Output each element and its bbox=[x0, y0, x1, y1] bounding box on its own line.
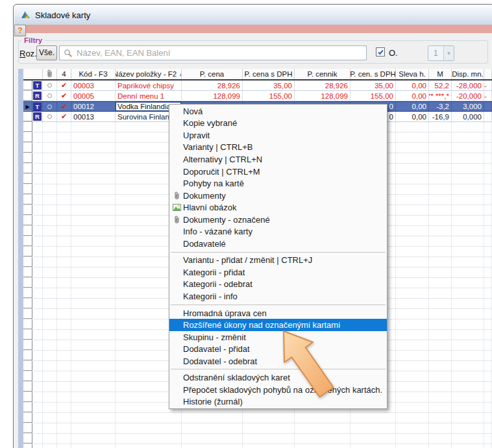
cell-name[interactable]: Denní menu 1 bbox=[116, 91, 182, 101]
header-code[interactable]: Kód - F3 bbox=[71, 69, 116, 79]
cell-extra[interactable]: - bbox=[484, 91, 492, 101]
empty-cell bbox=[243, 444, 295, 448]
menu-item[interactable]: Hlavní obázok bbox=[169, 201, 387, 214]
cell-check[interactable]: ✔ bbox=[57, 91, 71, 101]
cell-extra[interactable] bbox=[484, 102, 492, 111]
chevron-down-icon[interactable]: ▼ bbox=[443, 46, 454, 60]
header-pcennik[interactable]: P. cennik bbox=[295, 69, 351, 79]
cell-attachment[interactable] bbox=[43, 91, 57, 101]
cell-disp[interactable]: -20,000 bbox=[452, 91, 484, 101]
title-bar[interactable]: Skladové karty bbox=[14, 5, 492, 25]
cell-row-type[interactable]: T bbox=[32, 81, 43, 90]
header-sleva[interactable]: Sleva h. bbox=[396, 69, 429, 79]
cell-sleva[interactable]: 0,00 bbox=[396, 91, 429, 101]
cell-disp[interactable]: -28,000 bbox=[452, 81, 484, 90]
cell-row-type[interactable]: R bbox=[32, 91, 43, 101]
menu-item[interactable]: Hromadná úprava cen bbox=[169, 307, 387, 319]
cell-m[interactable]: -3,2 bbox=[429, 102, 452, 111]
menu-item[interactable]: Dodavatel - odebrat bbox=[169, 355, 387, 367]
o-checkbox[interactable] bbox=[376, 47, 385, 56]
cell-row-marker[interactable]: ▶ bbox=[23, 102, 32, 111]
header-attachment[interactable] bbox=[43, 69, 57, 79]
header-marker[interactable] bbox=[23, 69, 43, 79]
cell-check[interactable]: ✔ bbox=[57, 81, 71, 90]
menu-item[interactable]: Info - vázané karty bbox=[169, 225, 387, 238]
cell-check[interactable]: ✔ bbox=[57, 112, 71, 121]
cell-pcen-s-dph[interactable]: 35,00 bbox=[351, 81, 396, 90]
empty-row[interactable] bbox=[23, 413, 492, 423]
cell-m[interactable]: ** ***,* bbox=[429, 91, 452, 101]
header-check[interactable]: 4 bbox=[57, 69, 71, 79]
header-pcena-dph[interactable]: P. cena s DPH bbox=[243, 69, 295, 79]
menu-item[interactable]: Dodavatel - přidat bbox=[169, 343, 387, 355]
menu-item[interactable]: Kategorii - info bbox=[169, 290, 387, 303]
cell-check[interactable]: ✔ bbox=[57, 102, 71, 111]
row-type-badge: R bbox=[33, 112, 42, 121]
header-pcena[interactable]: P. cena bbox=[182, 69, 243, 79]
cell-code[interactable]: 00003 bbox=[71, 81, 116, 90]
empty-cell bbox=[71, 382, 116, 392]
cell-row-type[interactable]: R bbox=[32, 112, 43, 121]
cell-extra[interactable]: - bbox=[484, 81, 492, 90]
menu-item-highlighted[interactable]: Rozšířené úkony nad označenými kartami bbox=[169, 319, 387, 331]
menu-item[interactable]: Dokumenty bbox=[169, 190, 387, 202]
cell-attachment[interactable] bbox=[43, 81, 57, 90]
menu-item[interactable]: Variantu - přidat / změnit | CTRL+J bbox=[169, 255, 387, 267]
empty-row[interactable] bbox=[23, 444, 492, 448]
cell-row-type[interactable]: T bbox=[32, 102, 43, 111]
header-disp-mn[interactable]: Disp. mn. bbox=[452, 69, 484, 79]
cell-extra[interactable] bbox=[484, 112, 492, 121]
table-row[interactable]: R✔00005Denní menu 1128,099155,00128,0991… bbox=[23, 91, 492, 101]
menu-item[interactable]: Dodavatelé bbox=[169, 238, 387, 250]
menu-item[interactable]: Kopie vybrané bbox=[169, 118, 387, 130]
cell-m[interactable]: -16,9 bbox=[429, 112, 452, 121]
cell-row-marker[interactable] bbox=[23, 91, 32, 101]
header-name[interactable]: Název položky - F2 ▲ bbox=[116, 69, 182, 79]
cell-pcena[interactable]: 128,099 bbox=[182, 91, 243, 101]
menu-item[interactable]: Varianty | CTRL+B bbox=[169, 142, 387, 154]
menu-item[interactable]: Kategorii - přidat bbox=[169, 266, 387, 279]
help-button[interactable]: ? bbox=[14, 25, 26, 36]
menu-item[interactable]: Pohyby na kartě bbox=[169, 177, 387, 190]
search-input[interactable] bbox=[60, 46, 366, 60]
page-combobox[interactable]: 1 ▼ bbox=[428, 45, 454, 61]
empty-row[interactable] bbox=[23, 434, 492, 444]
cell-pcennik[interactable]: 128,099 bbox=[295, 91, 351, 101]
menu-item[interactable]: Odstranění skladových karet bbox=[169, 371, 387, 384]
menu-item[interactable]: Alternativy | CTRL+N bbox=[169, 153, 387, 166]
cell-code[interactable]: 00012 bbox=[71, 102, 116, 111]
table-row[interactable]: T✔00003Paprikové chipsy28,92635,0028,926… bbox=[23, 81, 492, 91]
menu-item[interactable]: Upravit bbox=[169, 129, 387, 142]
vse-button[interactable]: Vše. bbox=[36, 45, 57, 60]
cell-sleva[interactable]: 0,00 bbox=[396, 112, 429, 121]
menu-item[interactable]: Dokumenty - označené bbox=[169, 214, 387, 226]
cell-pcena[interactable]: 28,926 bbox=[182, 81, 243, 90]
cell-pcena-dph[interactable]: 155,00 bbox=[243, 91, 295, 101]
menu-item[interactable]: Kategorii - odebrat bbox=[169, 279, 387, 291]
cell-disp[interactable]: 0,000 bbox=[452, 112, 484, 121]
cell-row-marker[interactable] bbox=[23, 112, 32, 121]
cell-pcen-s-dph[interactable]: 155,00 bbox=[351, 91, 396, 101]
cell-attachment[interactable] bbox=[43, 102, 57, 111]
header-m[interactable]: M bbox=[429, 69, 452, 79]
cell-pcennik[interactable]: 28,926 bbox=[295, 81, 351, 90]
cell-pcena-dph[interactable]: 35,00 bbox=[243, 81, 295, 90]
menu-item[interactable]: Skupinu - změnit bbox=[169, 331, 387, 343]
empty-cell bbox=[484, 371, 492, 381]
cell-row-marker[interactable] bbox=[23, 81, 32, 90]
cell-code[interactable]: 00005 bbox=[71, 91, 116, 101]
cell-sleva[interactable]: 0,00 bbox=[396, 81, 429, 90]
menu-item[interactable]: Přepočet skladových pohybů na označených… bbox=[169, 384, 387, 396]
header-pcen-s-dph[interactable]: P. cen. s DPH bbox=[351, 69, 396, 79]
cell-name[interactable]: Paprikové chipsy bbox=[116, 81, 182, 90]
menu-item[interactable]: Nová bbox=[169, 105, 387, 118]
roz-label[interactable]: Roz. bbox=[19, 49, 37, 58]
menu-item[interactable]: Doporučit | CTRL+M bbox=[169, 166, 387, 178]
cell-attachment[interactable] bbox=[43, 112, 57, 121]
cell-sleva[interactable]: 0,00 bbox=[396, 102, 429, 111]
cell-code[interactable]: 00013 bbox=[71, 112, 116, 121]
empty-row[interactable] bbox=[23, 423, 492, 434]
menu-item[interactable]: Historie (žurnál) bbox=[169, 396, 387, 408]
cell-disp[interactable]: 3,000 bbox=[452, 102, 484, 111]
cell-m[interactable]: 52,2 bbox=[429, 81, 452, 90]
